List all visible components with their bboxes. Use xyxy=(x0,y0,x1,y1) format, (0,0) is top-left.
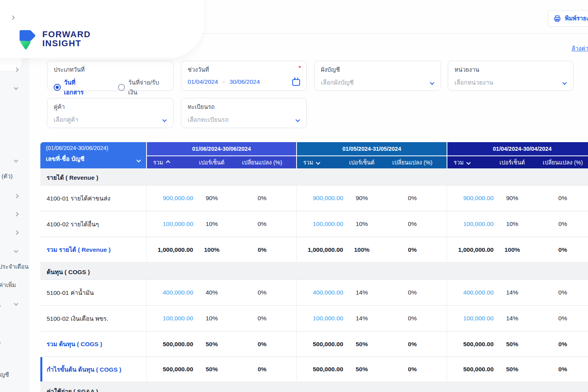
percent-value: 50% xyxy=(494,341,531,348)
required-asterisk: * xyxy=(299,64,301,71)
table-row[interactable]: 5100-01 ค่าน้ำมัน400,000.0040%0%400,000.… xyxy=(40,280,588,306)
chevron-right-icon[interactable] xyxy=(15,229,18,235)
change-value: 0% xyxy=(531,289,588,296)
table-row[interactable]: กำไรขั้นต้น ต้นทุน ( COGS )500,000.0050%… xyxy=(40,357,588,382)
period-values: 500,000.0050%0% xyxy=(447,357,588,381)
chevron-down-icon[interactable] xyxy=(14,84,18,90)
change-value: 0% xyxy=(230,366,296,373)
table-row[interactable]: รวม ต้นทุน ( COGS )500,000.0050%0%500,00… xyxy=(40,332,588,357)
sort-icon[interactable] xyxy=(466,160,470,164)
filter-date-type-label: ประเภทวันที่ xyxy=(54,65,167,74)
print-report-button[interactable]: พิมพ์รายงาน xyxy=(548,10,588,27)
sidebar-item-fragment: ญชี xyxy=(0,370,9,379)
clear-filters-link[interactable]: ล้างค่า xyxy=(572,44,588,53)
total-value: 100,000.00 xyxy=(147,315,193,322)
chevron-down-icon[interactable] xyxy=(295,117,300,122)
chevron-right-icon[interactable] xyxy=(15,192,18,199)
table-row[interactable]: รวม รายได้ ( Revenue )1,000,000.00100%0%… xyxy=(40,237,588,263)
chevron-right-icon[interactable] xyxy=(15,210,18,217)
table-row[interactable]: 4100-01 รายได้ค่าขนส่ง900,000.0090%0%900… xyxy=(40,186,588,211)
period-values: 500,000.0050%0% xyxy=(296,357,447,381)
period-values: 500,000.0050%0% xyxy=(146,357,296,381)
filter-partner[interactable]: คู่ค้า เลือกคู่ค้า xyxy=(47,98,174,128)
sort-icon[interactable] xyxy=(166,160,170,164)
change-value: 0% xyxy=(380,366,447,373)
percent-value: 10% xyxy=(494,220,531,228)
change-value: 0% xyxy=(230,220,296,228)
report-table: (01/06/2024-30/06/2024) เลขที่-ชื่อ บัญช… xyxy=(40,142,588,392)
change-value: 0% xyxy=(380,195,447,202)
change-value: 0% xyxy=(380,246,447,253)
percent-value: 14% xyxy=(343,289,380,296)
period-label: 01/05/2024-31/05/2024 xyxy=(297,142,447,155)
radio-document-date[interactable]: วันที่เอกสาร xyxy=(54,78,94,97)
percent-value: 50% xyxy=(193,341,230,348)
table-header: (01/06/2024-30/06/2024) เลขที่-ชื่อ บัญช… xyxy=(40,142,588,168)
change-value: 0% xyxy=(531,246,588,253)
account-name: 5100-02 เงินเดือน พขร. xyxy=(40,314,146,323)
total-value: 900,000.00 xyxy=(447,195,494,202)
period-values: 1,000,000.00100%0% xyxy=(146,237,296,262)
filter-coa-placeholder: เลือกผังบัญชี xyxy=(321,78,354,87)
sort-icon[interactable] xyxy=(316,160,320,164)
filter-vehicle[interactable]: ทะเบียนรถ เลือกทะเบียนรถ xyxy=(181,98,307,128)
change-value: 0% xyxy=(531,315,588,322)
radio-payment-date[interactable]: วันที่จ่าย/รับเงิน xyxy=(118,78,167,97)
section-row: รายได้ ( Revenue ) xyxy=(40,168,588,186)
account-name: กำไรขั้นต้น ต้นทุน ( COGS ) xyxy=(40,365,146,374)
column-header-percent: เปอร์เซ็นต์ xyxy=(193,158,230,167)
chevron-down-icon[interactable] xyxy=(14,156,18,163)
percent-value: 14% xyxy=(494,289,531,296)
forward-insight-logo-icon xyxy=(18,29,37,51)
section-label: รายได้ ( Revenue ) xyxy=(40,168,98,182)
chevron-down-icon[interactable] xyxy=(14,300,18,306)
change-value: 0% xyxy=(380,220,447,228)
table-body: รายได้ ( Revenue )4100-01 รายได้ค่าขนส่ง… xyxy=(40,168,588,392)
percent-value: 50% xyxy=(193,366,230,373)
filter-department-placeholder: เลือกหน่วยงาน xyxy=(454,78,493,87)
column-header-total[interactable]: รวม xyxy=(447,158,494,167)
filter-date-type: ประเภทวันที่ วันที่เอกสาร วันที่จ่าย/รับ… xyxy=(47,61,174,91)
change-value: 0% xyxy=(230,341,296,348)
account-column-header[interactable]: (01/06/2024-30/06/2024) เลขที่-ชื่อ บัญช… xyxy=(40,142,146,168)
brand-badge: FORWARD INSIGHT xyxy=(0,0,204,58)
chevron-down-icon[interactable] xyxy=(162,117,166,122)
filter-vehicle-label: ทะเบียนรถ xyxy=(188,102,300,112)
filter-department[interactable]: หน่วยงาน เลือกหน่วยงาน xyxy=(448,61,574,91)
period-values: 100,000.0010%0% xyxy=(146,306,296,331)
filter-date-range[interactable]: * ช่วงวันที่ 01/04/2024 - 30/06/2024 xyxy=(181,61,307,91)
date-end-value[interactable]: 30/06/2024 xyxy=(230,78,260,85)
column-header-total[interactable]: รวม xyxy=(297,158,343,167)
total-value: 100,000.00 xyxy=(297,315,343,322)
chevron-right-icon[interactable] xyxy=(15,66,18,72)
table-row[interactable]: 4100-02 รายได้อื่นๆ100,000.0010%0%100,00… xyxy=(40,211,588,237)
filter-vehicle-placeholder: เลือกทะเบียนรถ xyxy=(188,115,229,125)
period-values: 900,000.0090%0% xyxy=(146,186,296,211)
period-values: 500,000.0050%0% xyxy=(146,332,296,356)
radio-payment-date-label: วันที่จ่าย/รับเงิน xyxy=(128,78,167,97)
radio-off-icon[interactable] xyxy=(118,84,125,91)
percent-value: 90% xyxy=(343,195,380,202)
period-values: 400,000.0040%0% xyxy=(146,280,296,305)
sidebar-item-fragment: ประจำเดือน xyxy=(0,262,29,271)
total-value: 1,000,000.00 xyxy=(297,246,343,253)
total-value: 900,000.00 xyxy=(147,195,193,202)
table-row[interactable]: 5100-02 เงินเดือน พขร.100,000.0010%0%100… xyxy=(40,306,588,332)
chevron-down-icon[interactable] xyxy=(14,247,18,253)
chevron-down-icon[interactable] xyxy=(562,80,566,85)
total-value: 500,000.00 xyxy=(447,366,494,373)
period-values: 500,000.0050%0% xyxy=(296,332,447,356)
main-panel: รายการงบกำไร-ขาดทุน พิมพ์รายงาน ล้างค่า … xyxy=(29,0,588,392)
section-label: ต้นทุน ( COGS ) xyxy=(40,263,90,277)
radio-on-icon[interactable] xyxy=(54,84,61,91)
chevron-down-icon[interactable] xyxy=(430,80,434,85)
column-header-percent: เปอร์เซ็นต์ xyxy=(494,158,531,167)
filter-chart-of-accounts[interactable]: ผังบัญชี เลือกผังบัญชี xyxy=(314,61,441,91)
column-header-total[interactable]: รวม xyxy=(147,158,193,167)
change-value: 0% xyxy=(230,195,296,202)
calendar-icon[interactable] xyxy=(292,79,300,86)
total-value: 400,000.00 xyxy=(147,289,193,296)
change-value: 0% xyxy=(531,195,588,202)
date-start-value[interactable]: 01/04/2024 xyxy=(188,78,218,85)
period-values: 1,000,000.00100%0% xyxy=(447,237,588,262)
